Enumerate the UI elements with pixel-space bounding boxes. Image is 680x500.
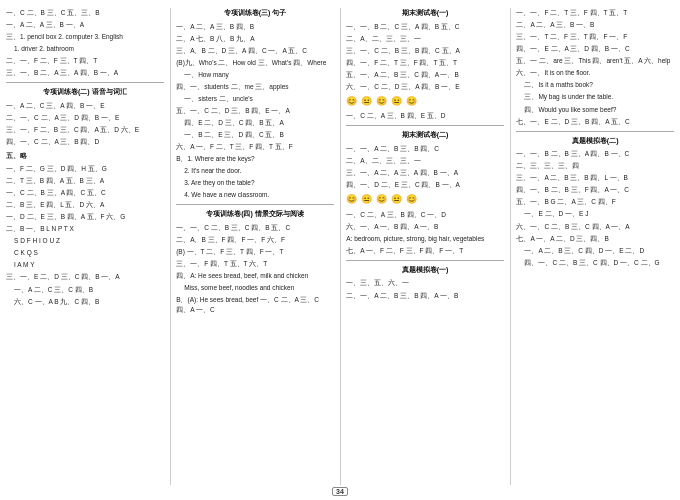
- emoji-4: 😐: [391, 95, 402, 109]
- line: 一、C 二、B 三、A 四、C 五、C: [6, 188, 164, 198]
- section-title-col3-3: 真题模拟卷(一): [346, 265, 504, 276]
- line: 三、一、B 二、A 三、A 四、B 一、A: [6, 68, 164, 78]
- emoji-row-1: 😊 😐 😊 😐 😊: [346, 94, 504, 110]
- divider: [176, 204, 334, 205]
- line: 一、一、C 二、B 三、C 四、B 五、C: [176, 223, 334, 233]
- line: 一、F 二、G 三、D 四、H 五、G: [6, 164, 164, 174]
- line: 三、A、B 二、D 三、A 四、C 一、A 五、C: [176, 46, 334, 56]
- line: 一、A 二、A 三、B 四、B: [176, 22, 334, 32]
- section-title-col4-2: 真题模拟卷(二): [516, 136, 674, 147]
- line: 一、A 二、C 三、C 四、B: [6, 285, 164, 295]
- line: B、(A): He sees bread, beef 一、C 二、A 三、C 四…: [176, 295, 334, 315]
- line: 六、一、A 一、B 四、A 一、B: [346, 222, 504, 232]
- line: 五、一、A 二、B 三、C 四、A 一、B: [346, 70, 504, 80]
- line: 一、一、B 二、C 三、A 四、B 五、C: [346, 22, 504, 32]
- section-title-col3-1: 期末测试卷(一): [346, 8, 504, 19]
- column-1: 一、C 二、B 三、C 五、三、B 一、A 二、A 三、B 一、A 三、1. p…: [6, 8, 164, 485]
- col-divider-2: [340, 8, 341, 485]
- line: 一、C 二、A 三、B 四、E 五、D: [346, 111, 504, 121]
- line: 4. We have a new classroom.: [176, 190, 334, 200]
- divider: [346, 260, 504, 261]
- line: 一、B 二、E 三、D 四、C 五、B: [176, 130, 334, 140]
- line: C K Q S: [6, 248, 164, 258]
- line: 四、Would you like some beef?: [516, 105, 674, 115]
- line: 一、三、五、六、一: [346, 278, 504, 288]
- line: 三、1. pencil box 2. computer 3. English: [6, 32, 164, 42]
- column-4: 一、一、F 二、T 三、F 四、T 五、T 二、A 二、A 三、B 一、B 三、…: [516, 8, 674, 485]
- column-3: 期末测试卷(一) 一、一、B 二、C 三、A 四、B 五、C 二、A、二、三、三…: [346, 8, 504, 485]
- line: 六、C 一、A B 九、C 四、B: [6, 297, 164, 307]
- line: 一、sisters 二、uncle's: [176, 94, 334, 104]
- line: (B)九、Who's 二、How old 三、What's 四、Where: [176, 58, 334, 68]
- line: 五、一 二、are 三、This 四、aren't 五、A 六、help: [516, 56, 674, 66]
- line: 六、一、It is on the floor.: [516, 68, 674, 78]
- line: 1. driver 2. bathroom: [6, 44, 164, 54]
- line: A: bedroom, picture, strong, big hair, v…: [346, 234, 504, 244]
- emoji-4: 😐: [391, 193, 402, 207]
- line: 六、一、C 二、B 三、C 四、A 一、A: [516, 222, 674, 232]
- line: 一、C 二、B 三、C 五、三、B: [6, 8, 164, 18]
- line: 三、一、E 二、D 三、C 四、B 一、A: [6, 272, 164, 282]
- line: 二、A 二、A 三、B 一、B: [516, 20, 674, 30]
- line: 一、A 二、B 三、C 四、D 一、E 二、D: [516, 246, 674, 256]
- emoji-row-2: 😊 😐 😊 😐 😊: [346, 192, 504, 208]
- line: 二、一、C 二、A 三、D 四、B 一、E: [6, 113, 164, 123]
- emoji-5: 😊: [406, 95, 417, 109]
- content-area: 一、C 二、B 三、C 五、三、B 一、A 二、A 三、B 一、A 三、1. p…: [6, 8, 674, 485]
- line: 一、D 二、E 三、B 四、A 五、F 六、G: [6, 212, 164, 222]
- emoji-2: 😐: [361, 95, 372, 109]
- line: 二、Is it a maths book?: [516, 80, 674, 90]
- line: 三、一、F 四、T 五、T 六、T: [176, 259, 334, 269]
- line: 五、一、C 二、D 三、B 四、E 一、A: [176, 106, 334, 116]
- line: 四、一、F 二、T 三、F 四、T 五、T: [346, 58, 504, 68]
- emoji-2: 😐: [361, 193, 372, 207]
- bottom-bar: 34: [6, 485, 674, 496]
- line: 二、A、二、三、三、一: [346, 34, 504, 44]
- line: 四、一、D 二、E 三、C 四、B 一、A: [346, 180, 504, 190]
- line: 四、一、students 二、me 三、apples: [176, 82, 334, 92]
- line: I A M Y: [6, 260, 164, 270]
- line: 六、A 一、F 二、T 三、F 四、T 五、F: [176, 142, 334, 152]
- line: 一、一、B 二、B 三、A 四、B 一、C: [516, 149, 674, 159]
- line: 三、My bag is under the table.: [516, 92, 674, 102]
- line: 二、三、三、三、四: [516, 161, 674, 171]
- line: B、1. Where are the keys?: [176, 154, 334, 164]
- emoji-5: 😊: [406, 193, 417, 207]
- line: 四、A: He sees bread, beef, milk and chick…: [176, 271, 334, 281]
- line: 一、A 二、C 三、A 四、B 一、E: [6, 101, 164, 111]
- line: 四、一、C 二、A 三、B 四、D: [6, 137, 164, 147]
- line: 二、A 七、B 八、B 九、A: [176, 34, 334, 44]
- emoji-3: 😊: [376, 193, 387, 207]
- emoji-1: 😊: [346, 95, 357, 109]
- line: 二、A、二、三、三、一: [346, 156, 504, 166]
- line: 三、一、T 二、F 三、T 四、F 一、F: [516, 32, 674, 42]
- line: 七、A 一、A 二、D 三、四、B: [516, 234, 674, 244]
- line: 六、一、C 二、D 三、A 四、B 一、E: [346, 82, 504, 92]
- subsection-title: 五、略: [6, 151, 164, 161]
- line: 二、一、A 二、B 三、B 四、A 一、B: [346, 291, 504, 301]
- section-title-col2-1: 专项训练卷(三) 句子: [176, 8, 334, 19]
- divider: [6, 82, 164, 83]
- section-title-col1-2: 专项训练卷(二) 语音与词汇: [6, 87, 164, 98]
- emoji-3: 😊: [376, 95, 387, 109]
- line: (B) 一、T 二、F 三、T 四、F 一、T: [176, 247, 334, 257]
- line: 二、一、F 二、F 三、T 四、T: [6, 56, 164, 66]
- section-title-col2-2: 专项训练卷(四) 情景交际与阅读: [176, 209, 334, 220]
- line: 三、一、A 二、A 三、A 四、B 一、A: [346, 168, 504, 178]
- page-number: 34: [332, 487, 348, 496]
- line: 一、E 二、D 一、E J: [516, 209, 674, 219]
- line: 3. Are they on the table?: [176, 178, 334, 188]
- line: 三、一、C 二、B 三、B 四、C 五、A: [346, 46, 504, 56]
- section-title-col3-2: 期末测试卷(二): [346, 130, 504, 141]
- line: 二、B 三、E 四、L 五、D 六、A: [6, 200, 164, 210]
- line: 一、How many: [176, 70, 334, 80]
- line: 七、A 一、F 二、F 三、F 四、F 一、T: [346, 246, 504, 256]
- emoji-1: 😊: [346, 193, 357, 207]
- line: 一、A 二、A 三、B 一、A: [6, 20, 164, 30]
- page-container: 一、C 二、B 三、C 五、三、B 一、A 二、A 三、B 一、A 三、1. p…: [0, 0, 680, 500]
- line: Miss, some beef, noodles and chicken: [176, 283, 334, 293]
- line: 二、B 一、B L N P T X: [6, 224, 164, 234]
- line: 一、一、A 二、B 三、B 四、C: [346, 144, 504, 154]
- line: 四、E 二、D 三、C 四、B 五、A: [176, 118, 334, 128]
- line: 2. It's near the door.: [176, 166, 334, 176]
